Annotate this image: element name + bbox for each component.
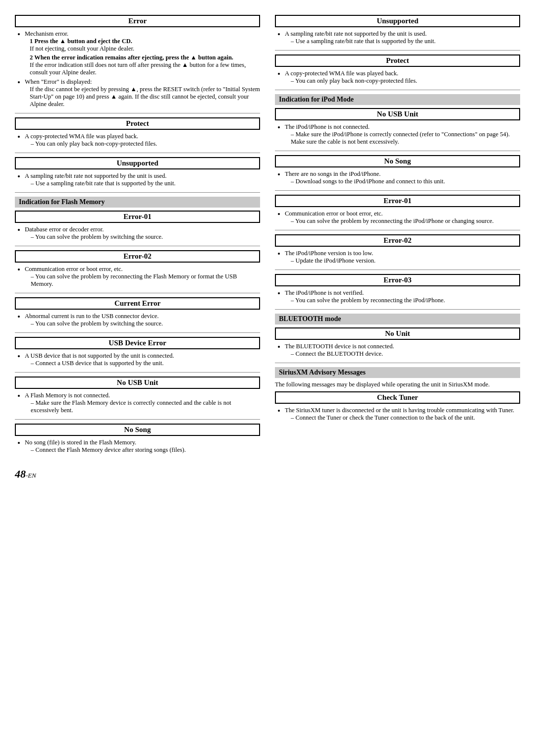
sub-list: You can solve the problem by reconnectin…	[285, 217, 520, 225]
section-header: Indication for Flash Memory	[15, 197, 260, 208]
page-number: 48-EN	[15, 468, 520, 481]
box-title-error02-ipod: Error-02	[275, 234, 520, 247]
section-divider	[15, 419, 260, 420]
list-item: The SiriusXM tuner is disconnected or th…	[285, 407, 520, 422]
box-title-error01-ipod: Error-01	[275, 195, 520, 207]
main-content: ErrorMechanism error.1 Press the ▲ butto…	[15, 15, 520, 459]
list-item: A copy-protected WMA file was played bac…	[25, 133, 260, 148]
sub-list: Connect a USB device that is supported b…	[25, 360, 260, 367]
bullet-list: The SiriusXM tuner is disconnected or th…	[275, 407, 520, 422]
subtext: If the disc cannot be ejected by pressin…	[25, 86, 260, 108]
section-no-song-flash: No SongNo song (file) is stored in the F…	[15, 424, 260, 454]
bullet-list: The iPod/iPhone version is too low.Updat…	[275, 250, 520, 265]
sub-list: You can only play back non-copy-protecte…	[25, 140, 260, 148]
bullet-list: A sampling rate/bit rate not supported b…	[275, 30, 520, 45]
list-item: No song (file) is stored in the Flash Me…	[25, 439, 260, 454]
sub-item: Connect the BLUETOOTH device.	[291, 350, 520, 358]
sub-list: Make sure the iPod/iPhone is correctly c…	[285, 131, 520, 146]
section-header: SiriusXM Advisory Messages	[275, 367, 520, 378]
box-title-no-song-flash: No Song	[15, 424, 260, 436]
bullet-list: Mechanism error.1 Press the ▲ button and…	[15, 30, 260, 76]
box-title-unsupported-left: Unsupported	[15, 157, 260, 169]
section-error02-ipod: Error-02The iPod/iPhone version is too l…	[275, 234, 520, 265]
section-unsupported-right: UnsupportedA sampling rate/bit rate not …	[275, 15, 520, 45]
sub-item: Make sure the iPod/iPhone is correctly c…	[291, 131, 520, 146]
section-no-usb-unit-ipod: No USB UnitThe iPod/iPhone is not connec…	[275, 108, 520, 146]
box-title-no-usb-unit-flash: No USB Unit	[15, 377, 260, 389]
section-error02-flash: Error-02Communication error or boot erro…	[15, 250, 260, 288]
sub-item: You can solve the problem by reconnectin…	[291, 297, 520, 304]
sub-list: Use a sampling rate/bit rate that is sup…	[25, 180, 260, 187]
box-title-unsupported-right: Unsupported	[275, 15, 520, 27]
sub-item: Connect the Tuner or check the Tuner con…	[291, 414, 520, 422]
ordered-list: 1 Press the ▲ button and eject the CD.If…	[25, 38, 260, 76]
section-divider	[15, 293, 260, 293]
sub-item: Use a sampling rate/bit rate that is sup…	[291, 38, 520, 45]
section-protect-right: ProtectA copy-protected WMA file was pla…	[275, 54, 520, 85]
list-item: When "Error" is displayed:If the disc ca…	[25, 78, 260, 108]
bullet-list: A Flash Memory is not connected.Make sur…	[15, 392, 260, 414]
section-divider	[275, 270, 520, 270]
bullet-list: No song (file) is stored in the Flash Me…	[15, 439, 260, 454]
section-divider	[15, 192, 260, 193]
section-error01-flash: Error-01Database error or decoder error.…	[15, 211, 260, 241]
list-item: There are no songs in the iPod/iPhone.Do…	[285, 170, 520, 185]
sub-item: You can solve the problem by reconnectin…	[291, 217, 520, 225]
bullet-list: Database error or decoder error.You can …	[15, 226, 260, 241]
list-item: A sampling rate/bit rate not supported b…	[25, 172, 260, 187]
section-divider	[275, 90, 520, 90]
bullet-list: The iPod/iPhone is not verified.You can …	[275, 289, 520, 304]
section-divider	[15, 113, 260, 113]
section-error-main: ErrorMechanism error.1 Press the ▲ butto…	[15, 15, 260, 108]
section-divider	[275, 230, 520, 230]
bullet-list: A copy-protected WMA file was played bac…	[15, 133, 260, 148]
section-error01-ipod: Error-01Communication error or boot erro…	[275, 195, 520, 225]
sub-list: Connect the BLUETOOTH device.	[285, 350, 520, 358]
box-title-error-main: Error	[15, 15, 260, 27]
bullet-list: The iPod/iPhone is not connected.Make su…	[275, 123, 520, 146]
sub-list: You can solve the problem by switching t…	[25, 320, 260, 327]
list-item: The iPod/iPhone is not connected.Make su…	[285, 123, 520, 146]
section-header: BLUETOOTH mode	[275, 314, 520, 324]
sub-list: You can only play back non-copy-protecte…	[285, 77, 520, 85]
list-item: A copy-protected WMA file was played bac…	[285, 70, 520, 85]
ordered-item: 1 Press the ▲ button and eject the CD.If…	[30, 38, 260, 53]
sub-item: Connect the Flash Memory device after st…	[31, 446, 260, 454]
bullet-list: Abnormal current is run to the USB conne…	[15, 313, 260, 327]
section-no-song-ipod: No SongThere are no songs in the iPod/iP…	[275, 155, 520, 185]
box-title-current-error: Current Error	[15, 297, 260, 310]
sub-item: You can only play back non-copy-protecte…	[291, 77, 520, 85]
sub-list: Update the iPod/iPhone version.	[285, 257, 520, 265]
box-title-usb-device-error: USB Device Error	[15, 337, 260, 349]
sub-list: Connect the Tuner or check the Tuner con…	[285, 414, 520, 422]
section-divider	[15, 153, 260, 153]
box-title-no-song-ipod: No Song	[275, 155, 520, 167]
list-item: Database error or decoder error.You can …	[25, 226, 260, 241]
box-title-no-unit-bt: No Unit	[275, 327, 520, 340]
sub-item: Update the iPod/iPhone version.	[291, 257, 520, 265]
sub-list: You can solve the problem by reconnectin…	[25, 273, 260, 288]
section-unsupported-left: UnsupportedA sampling rate/bit rate not …	[15, 157, 260, 187]
section-divider	[15, 332, 260, 333]
bullet-list: The BLUETOOTH device is not connected.Co…	[275, 343, 520, 358]
plain-text: The following messages may be displayed …	[275, 381, 520, 388]
section-divider	[275, 151, 520, 151]
section-divider	[275, 363, 520, 363]
sub-item: Use a sampling rate/bit rate that is sup…	[31, 180, 260, 187]
sub-item: Connect a USB device that is supported b…	[31, 360, 260, 367]
bullet-list: There are no songs in the iPod/iPhone.Do…	[275, 170, 520, 185]
section-check-tuner: Check TunerThe SiriusXM tuner is disconn…	[275, 391, 520, 422]
box-title-no-usb-unit-ipod: No USB Unit	[275, 108, 520, 120]
list-item: Communication error or boot error, etc.Y…	[25, 266, 260, 288]
sub-list: Make sure the Flash Memory device is cor…	[25, 399, 260, 414]
section-error03-ipod: Error-03The iPod/iPhone is not verified.…	[275, 274, 520, 304]
sub-list: You can solve the problem by reconnectin…	[285, 297, 520, 304]
section-no-usb-unit-flash: No USB UnitA Flash Memory is not connect…	[15, 377, 260, 414]
list-item: The BLUETOOTH device is not connected.Co…	[285, 343, 520, 358]
list-item: Communication error or boot error, etc.Y…	[285, 210, 520, 225]
section-divider	[275, 50, 520, 51]
bullet-list: A copy-protected WMA file was played bac…	[275, 70, 520, 85]
bullet-list: A sampling rate/bit rate not supported b…	[15, 172, 260, 187]
box-title-protect-left: Protect	[15, 117, 260, 130]
sub-list: You can solve the problem by switching t…	[25, 233, 260, 241]
